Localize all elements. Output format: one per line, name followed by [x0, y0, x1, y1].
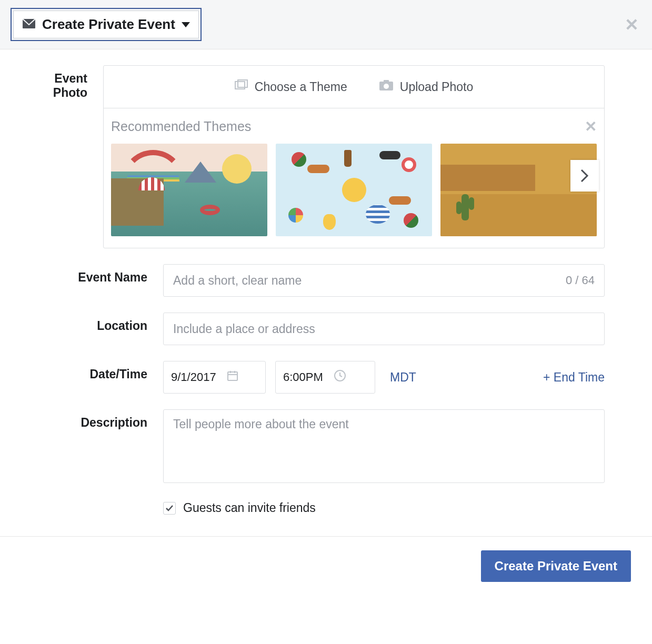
upload-photo-button[interactable]: Upload Photo [379, 79, 473, 94]
location-input[interactable] [173, 322, 595, 336]
theme-thumbnail[interactable] [276, 144, 432, 236]
event-name-counter: 0 / 64 [566, 274, 595, 287]
svg-rect-4 [384, 80, 389, 83]
guests-invite-label: Guests can invite friends [183, 501, 316, 515]
label-description: Description [26, 409, 163, 485]
event-type-dropdown[interactable]: Create Private Event [13, 11, 199, 38]
event-name-input-wrapper: 0 / 64 [163, 264, 605, 297]
clock-icon [334, 369, 346, 385]
guests-invite-checkbox[interactable]: Guests can invite friends [163, 501, 605, 515]
calendar-icon [227, 370, 238, 385]
chevron-right-icon [580, 168, 589, 183]
add-end-time-button[interactable]: + End Time [543, 370, 605, 385]
label-event-photo: Event Photo [26, 65, 103, 248]
date-input[interactable]: 9/1/2017 [163, 361, 266, 394]
event-type-label: Create Private Event [42, 16, 175, 33]
svg-point-5 [384, 84, 389, 89]
timezone-button[interactable]: MDT [390, 370, 416, 385]
label-event-name: Event Name [26, 264, 163, 297]
row-guests-invite: Guests can invite friends [26, 501, 605, 515]
close-icon[interactable]: ✕ [625, 16, 639, 33]
location-input-wrapper [163, 313, 605, 345]
themes-section: Recommended Themes ✕ [104, 108, 604, 248]
theme-icon [235, 79, 248, 94]
time-value: 6:00PM [283, 370, 323, 384]
row-description: Description [26, 409, 605, 485]
dialog-footer: Create Private Event [0, 536, 652, 596]
camera-icon [379, 79, 394, 94]
row-datetime: Date/Time 9/1/2017 6:00PM MDT + End Time [26, 361, 605, 394]
label-datetime: Date/Time [26, 361, 163, 394]
dialog-header: Create Private Event ✕ [0, 0, 652, 49]
row-location: Location [26, 313, 605, 345]
carousel-next-button[interactable] [570, 160, 599, 192]
event-name-input[interactable] [173, 274, 566, 288]
svg-rect-6 [228, 372, 237, 380]
checkbox-box [163, 502, 176, 515]
time-input[interactable]: 6:00PM [275, 361, 375, 394]
themes-carousel [111, 144, 597, 236]
create-event-button[interactable]: Create Private Event [481, 550, 631, 582]
caret-down-icon [182, 22, 190, 27]
photo-box: Choose a Theme Upload Photo Recommended … [103, 65, 605, 248]
form-body: Event Photo Choose a Theme Upload Photo [0, 49, 652, 536]
row-event-photo: Event Photo Choose a Theme Upload Photo [26, 65, 605, 248]
themes-title: Recommended Themes [111, 119, 251, 134]
theme-thumbnail[interactable] [111, 144, 267, 236]
envelope-icon [22, 18, 36, 31]
description-textarea[interactable] [163, 409, 605, 483]
choose-theme-button[interactable]: Choose a Theme [235, 79, 347, 94]
row-event-name: Event Name 0 / 64 [26, 264, 605, 297]
date-value: 9/1/2017 [171, 370, 216, 384]
photo-options: Choose a Theme Upload Photo [104, 66, 604, 108]
themes-close-icon[interactable]: ✕ [585, 118, 597, 135]
label-location: Location [26, 313, 163, 345]
upload-photo-label: Upload Photo [400, 80, 473, 94]
checkmark-icon [165, 504, 174, 512]
datetime-row: 9/1/2017 6:00PM MDT + End Time [163, 361, 605, 394]
choose-theme-label: Choose a Theme [255, 80, 347, 94]
